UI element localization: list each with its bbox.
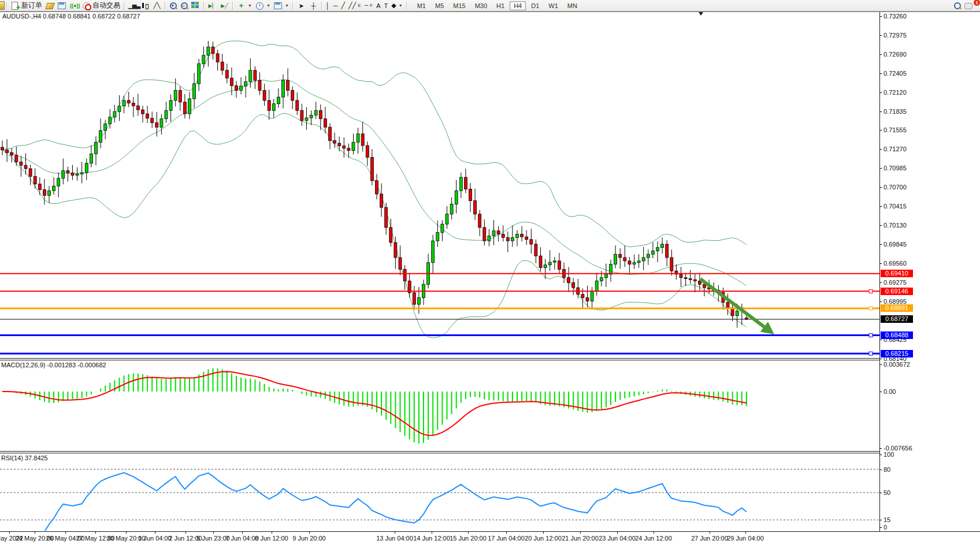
macd-axis-tick-mark: [879, 392, 882, 392]
text-tool-icon: A: [376, 2, 380, 9]
auto-scroll-button[interactable]: ▶▏: [206, 1, 218, 10]
price-axis-tick-mark: [879, 111, 882, 112]
main-price-panel: [1, 41, 748, 338]
horizontal-line-button[interactable]: ─: [332, 1, 340, 10]
clock-icon: [255, 2, 264, 10]
fibonacci-icon: ┄: [365, 2, 369, 9]
text-tool-button[interactable]: A: [374, 1, 382, 10]
horizontal-line-icon: ─: [333, 2, 338, 9]
candlestick-chart-button[interactable]: [139, 1, 151, 10]
price-axis-tick: 0.73260: [884, 13, 930, 20]
autotrading-button[interactable]: 自动交易: [80, 1, 122, 10]
search-icon: [953, 2, 961, 9]
clipped-left-icon[interactable]: [0, 1, 5, 10]
toolbar-separator: [292, 2, 294, 10]
timeframe-group: M1 M5 M15 M30 H1 H4 D1 W1 MN: [413, 1, 582, 10]
tab-timeframe-m1[interactable]: M1: [413, 1, 430, 10]
chart-shift-button[interactable]: ▶╱: [218, 1, 231, 10]
data-window-button[interactable]: [56, 1, 68, 10]
level-drag-handle[interactable]: [869, 307, 873, 310]
cursor-button[interactable]: ➤: [295, 1, 307, 10]
text-label-button[interactable]: T: [383, 1, 390, 10]
bar-chart-button[interactable]: ▁▅▃: [127, 1, 139, 10]
price-axis-tick: 0.72405: [884, 70, 930, 77]
toolbar-separator: [6, 2, 8, 10]
tile-windows-icon: [191, 1, 200, 10]
chart-canvas[interactable]: AUDUSD-,H4 0.68748 0.68841 0.68722 0.687…: [0, 0, 980, 544]
tab-timeframe-h4[interactable]: H4: [510, 1, 526, 10]
macd-axis-tick-mark: [879, 448, 882, 449]
time-axis-tick-mark: [65, 531, 66, 534]
new-order-button[interactable]: 新订单: [9, 1, 44, 10]
tab-timeframe-h1[interactable]: H1: [492, 1, 508, 10]
search-button[interactable]: [952, 1, 963, 10]
rsi-axis-tick-mark: [879, 520, 882, 520]
tile-windows-button[interactable]: [190, 1, 202, 10]
channel-icon: ╱╱: [348, 2, 356, 9]
toolbar-right-group: 1: [952, 1, 978, 10]
price-chart-svg: [0, 0, 980, 544]
price-axis-tick-mark: [879, 149, 882, 150]
chevron-down-icon: ▼: [266, 3, 270, 8]
price-axis-tick-mark: [879, 301, 882, 302]
crosshair-icon: ┼: [309, 2, 318, 10]
chart-shift-marker[interactable]: [699, 12, 703, 16]
price-axis-tick: 0.72120: [884, 89, 930, 96]
time-axis-tick-mark: [9, 531, 10, 534]
zoom-out-button[interactable]: −: [179, 1, 190, 10]
rsi-axis-tick-mark: [879, 470, 882, 470]
time-axis-tick-mark: [213, 531, 214, 534]
zoom-in-button[interactable]: +: [168, 1, 179, 10]
market-watch-button[interactable]: [44, 1, 56, 10]
time-axis-tick-mark: [155, 531, 155, 534]
indicators-button[interactable]: +▼: [235, 1, 254, 10]
price-axis-tick-mark: [879, 168, 882, 169]
line-chart-button[interactable]: ╱╲: [151, 1, 163, 10]
macd-axis-tick-mark: [879, 364, 882, 365]
arrows-button[interactable]: ◆▼: [389, 1, 404, 10]
toolbar-separator: [203, 2, 205, 10]
rsi-panel: [0, 470, 879, 532]
tab-timeframe-mn[interactable]: MN: [563, 1, 581, 10]
time-axis-label: 29 Jun 04:00: [719, 535, 771, 542]
time-axis-tick-mark: [745, 531, 746, 534]
price-line-label: 0.69146: [881, 288, 913, 295]
price-axis-tick: 0.71555: [884, 126, 930, 133]
price-axis-tick: 0.70415: [884, 203, 930, 210]
vertical-line-button[interactable]: │: [324, 1, 332, 10]
price-axis-tick-mark: [879, 263, 882, 264]
rsi-axis-tick-mark: [879, 454, 882, 455]
level-drag-handle[interactable]: [869, 352, 873, 355]
price-axis-tick: 0.69560: [884, 260, 930, 267]
toolbar-separator: [165, 2, 166, 10]
templates-button[interactable]: ▼: [272, 1, 291, 10]
level-drag-handle[interactable]: [869, 289, 873, 293]
time-axis-tick-mark: [506, 531, 507, 534]
macd-label: MACD(12,26,9) -0.001283 -0.000682: [1, 362, 106, 368]
tab-timeframe-m30[interactable]: M30: [471, 1, 491, 10]
tab-timeframe-m15[interactable]: M15: [449, 1, 469, 10]
rsi-axis-tick: 80: [884, 466, 930, 473]
tab-timeframe-w1[interactable]: W1: [544, 1, 562, 10]
tab-timeframe-m5[interactable]: M5: [431, 1, 448, 10]
trendline-button[interactable]: ╱: [339, 1, 347, 10]
main-toolbar: 新订单 ((●)) 自动交易 ▁▅▃ ╱╲ + − ▶▏ ▶╱ +▼ ▼ ▼ ➤…: [0, 0, 980, 12]
price-axis-tick: 0.72975: [884, 32, 930, 39]
price-axis-tick-mark: [879, 54, 882, 55]
crosshair-button[interactable]: ┼: [307, 1, 320, 10]
equidistant-channel-button[interactable]: ╱╱E: [347, 1, 363, 10]
level-drag-handle[interactable]: [869, 334, 873, 337]
rsi-axis-tick: 100: [884, 451, 930, 458]
chevron-down-icon: ▼: [399, 3, 403, 8]
indicators-icon: +: [237, 2, 246, 10]
periods-button[interactable]: ▼: [254, 1, 272, 10]
notifications-button[interactable]: 1: [963, 1, 978, 10]
toolbar-separator: [321, 2, 322, 10]
template-icon: [274, 2, 283, 10]
tab-timeframe-d1[interactable]: D1: [527, 1, 543, 10]
time-axis-label: 9 Jun 20:00: [283, 535, 335, 542]
zoom-in-icon: +: [169, 2, 177, 9]
price-axis-tick-mark: [879, 35, 882, 36]
navigator-button[interactable]: ((●)): [68, 1, 80, 10]
fibonacci-button[interactable]: ┄F: [363, 1, 375, 10]
